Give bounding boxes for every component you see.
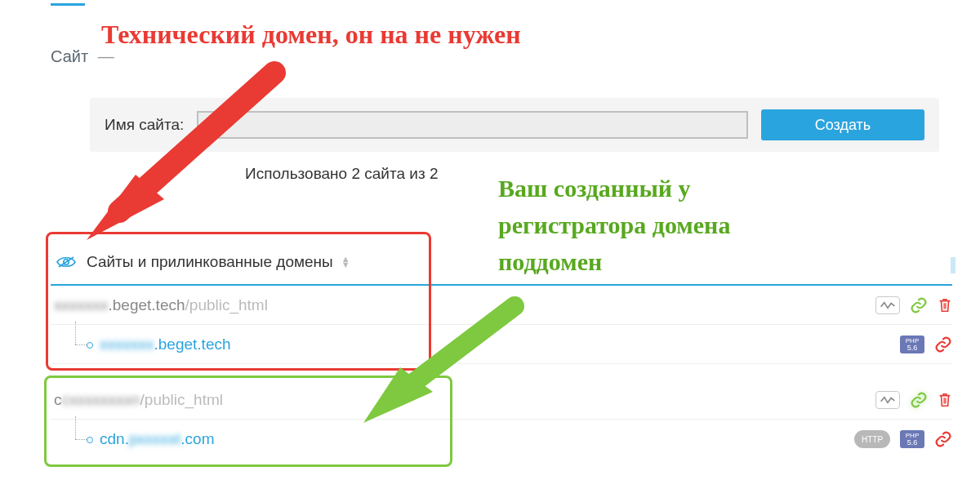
- create-site-bar: Имя сайта: Создать: [90, 98, 939, 152]
- row-actions: PHP5.6: [900, 325, 952, 363]
- create-button[interactable]: Создать: [761, 109, 924, 140]
- blurred-domain-prefix: xxxxxxx: [100, 336, 154, 353]
- domain-link[interactable]: xxxxxxx.beget.tech: [100, 336, 231, 353]
- row-actions: HTTP PHP5.6: [854, 420, 952, 459]
- site-row[interactable]: ccxxxxxxxxn/public_html: [51, 380, 952, 420]
- top-tab-accent: [51, 3, 85, 6]
- php-version-badge[interactable]: PHP5.6: [900, 336, 924, 353]
- site-path: xxxxxxx.beget.tech/public_html: [54, 296, 268, 314]
- blurred-prefix: xxxxxxx: [54, 296, 109, 313]
- cropped-column-marker: [951, 257, 956, 273]
- stats-icon[interactable]: [875, 391, 900, 409]
- tree-connector: [65, 325, 100, 364]
- site-row[interactable]: xxxxxxx.beget.tech/public_html: [51, 286, 952, 325]
- php-version-badge[interactable]: PHP5.6: [900, 430, 924, 448]
- domain-row[interactable]: cdn.pxxxxxt.com HTTP PHP5.6: [51, 420, 952, 459]
- domain-row[interactable]: xxxxxxx.beget.tech PHP5.6: [51, 325, 952, 364]
- link-icon[interactable]: [910, 391, 928, 409]
- row-actions: [875, 286, 952, 324]
- domain-link[interactable]: cdn.pxxxxxt.com: [100, 430, 214, 448]
- tree-connector: [65, 420, 100, 459]
- subtitle-dash: —: [98, 47, 114, 65]
- create-label: Имя сайта:: [105, 116, 184, 134]
- unlink-icon[interactable]: [934, 430, 952, 448]
- link-icon[interactable]: [910, 296, 928, 314]
- svg-marker-2: [87, 175, 164, 240]
- annotation-arrow-red: [87, 69, 315, 248]
- blurred-domain-mid: pxxxxxt: [129, 430, 180, 447]
- eye-hidden-icon[interactable]: [56, 255, 77, 269]
- unlink-icon[interactable]: [934, 336, 952, 353]
- site-name-input[interactable]: [197, 111, 748, 139]
- blurred-prefix: cxxxxxxxxn: [62, 391, 140, 408]
- annotation-text-red: Технический домен, он на не нужен: [101, 20, 931, 50]
- column-title[interactable]: Сайты и прилинкованные домены: [87, 253, 333, 271]
- subtitle-prefix: Сайт: [51, 47, 88, 65]
- trash-icon[interactable]: [938, 297, 952, 313]
- site-path: ccxxxxxxxxn/public_html: [54, 391, 223, 409]
- page-subtitle: Сайт —: [51, 47, 119, 66]
- sort-icon[interactable]: ▲▼: [341, 256, 350, 268]
- row-actions: [875, 380, 952, 419]
- trash-icon[interactable]: [938, 392, 952, 408]
- http-badge[interactable]: HTTP: [854, 430, 890, 448]
- usage-text: Использовано 2 сайта из 2: [245, 165, 438, 183]
- stats-icon[interactable]: [875, 296, 900, 314]
- annotation-text-green: Ваш созданный у регистратора домена подд…: [498, 170, 730, 280]
